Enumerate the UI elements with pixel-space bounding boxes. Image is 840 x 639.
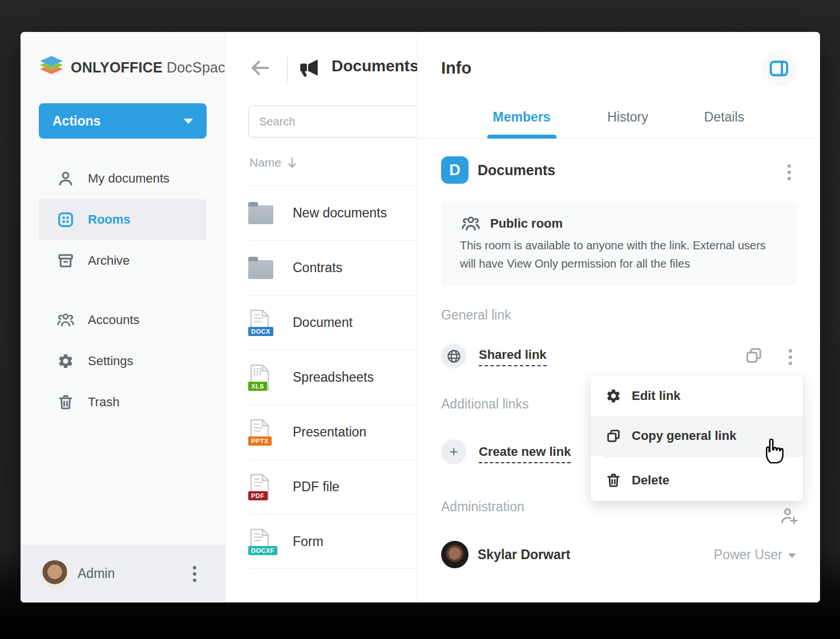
menu-item-edit-link[interactable]: Edit link [591, 376, 803, 416]
member-role-dropdown[interactable]: Power User [714, 547, 796, 563]
active-tab-indicator [487, 135, 556, 139]
file-name: Form [293, 534, 324, 549]
docxf-file-icon: DOCXF [248, 528, 271, 555]
room-title: Documents [332, 57, 417, 75]
chevron-down-icon [184, 119, 193, 124]
member-avatar[interactable] [441, 541, 469, 568]
sort-by-name[interactable]: Name [249, 154, 297, 171]
file-type-badge: PDF [248, 491, 268, 500]
pdf-file-icon: PDF [248, 474, 271, 500]
globe-icon-circle [441, 343, 466, 369]
sidebar: ONLYOFFICE DocSpace Actions My documents… [21, 32, 225, 602]
member-role-label: Power User [714, 547, 782, 563]
people-group-icon [461, 215, 481, 233]
app-window: ONLYOFFICE DocSpace Actions My documents… [21, 32, 820, 602]
gear-icon [57, 353, 74, 370]
sidebar-item-label: Accounts [88, 313, 140, 327]
member-name: Skylar Dorwart [478, 547, 570, 563]
tab-history[interactable]: History [607, 110, 648, 125]
room-name: Documents [478, 162, 555, 179]
file-name: New documents [293, 205, 387, 221]
tab-members[interactable]: Members [493, 110, 551, 125]
file-type-badge: DOCXF [248, 546, 277, 555]
add-user-icon[interactable] [780, 507, 799, 526]
person-icon [57, 170, 74, 187]
file-name: Presentation [293, 424, 366, 440]
hand-cursor [760, 435, 790, 467]
copy-link-icon[interactable] [744, 346, 764, 365]
folder-icon [248, 260, 273, 279]
megaphone-icon [298, 58, 320, 78]
docx-file-icon: DOCX [248, 309, 271, 336]
create-new-link[interactable]: Create new link [479, 444, 571, 463]
administration-section-label: Administration [441, 499, 524, 515]
brand-logo: ONLYOFFICE DocSpace [39, 55, 233, 80]
notice-body: This room is available to anyone with th… [460, 236, 783, 273]
plus-icon-circle[interactable]: + [441, 439, 466, 464]
file-row[interactable]: New documents [248, 185, 417, 240]
folder-icon [248, 205, 273, 224]
sidebar-item-label: Archive [88, 253, 130, 268]
admin-username: Admin [78, 545, 115, 602]
file-row[interactable]: XLS Spreadsheets [248, 350, 417, 405]
trash-icon [605, 472, 621, 488]
tab-details[interactable]: Details [704, 110, 744, 125]
copy-icon [605, 428, 621, 444]
file-name: Document [293, 315, 353, 330]
link-context-menu-button[interactable] [786, 347, 794, 367]
search-input[interactable] [249, 106, 417, 137]
shared-link[interactable]: Shared link [479, 347, 547, 366]
admin-avatar[interactable] [41, 560, 68, 588]
header-divider [287, 57, 288, 83]
sidebar-item-accounts[interactable]: Accounts [39, 300, 207, 341]
sidebar-item-label: Settings [88, 354, 134, 369]
menu-item-label: Copy general link [632, 428, 736, 443]
file-name: Spreadsheets [293, 370, 374, 385]
pptx-file-icon: PPTX [248, 419, 271, 446]
sidebar-item-label: Trash [88, 395, 119, 410]
gear-icon [605, 388, 621, 404]
file-name: PDF file [293, 479, 340, 495]
chevron-down-icon [788, 553, 796, 558]
files-panel: Documents Name New documents Contrats [225, 32, 417, 602]
sidebar-item-trash[interactable]: Trash [39, 382, 207, 423]
search-box [248, 106, 417, 137]
sidebar-item-label: Rooms [88, 212, 131, 227]
plus-icon: + [449, 444, 458, 459]
files-header: Documents [225, 32, 417, 95]
trash-icon [57, 394, 74, 411]
sidebar-item-label: My documents [88, 171, 169, 186]
notice-title: Public room [490, 216, 563, 231]
file-name: Contrats [293, 260, 342, 276]
sort-label: Name [249, 156, 281, 169]
file-row[interactable]: DOCX Document [248, 295, 417, 350]
rooms-icon [57, 211, 74, 228]
room-logo-badge: D [441, 156, 469, 184]
sidebar-item-archive[interactable]: Archive [39, 240, 207, 281]
public-room-notice: Public room This room is available to an… [441, 201, 797, 285]
actions-button[interactable]: Actions [39, 103, 207, 139]
file-type-badge: PPTX [248, 436, 272, 446]
file-type-badge: XLS [248, 382, 267, 391]
onlyoffice-logo-icon [39, 56, 64, 79]
additional-links-section-label: Additional links [441, 397, 528, 412]
sidebar-footer: Admin [21, 545, 225, 602]
file-type-badge: DOCX [248, 327, 273, 336]
sidebar-item-rooms[interactable]: Rooms [39, 199, 207, 240]
info-tabs: Members History Details [418, 32, 820, 139]
file-row[interactable]: DOCXF Form [248, 514, 417, 569]
menu-item-label: Delete [632, 473, 669, 488]
back-arrow-icon[interactable] [250, 58, 270, 78]
actions-button-label: Actions [52, 114, 100, 129]
sort-descending-icon [287, 157, 297, 168]
room-context-menu-button[interactable] [785, 162, 793, 183]
file-row[interactable]: Contrats [248, 240, 417, 295]
file-row[interactable]: PPTX Presentation [248, 405, 417, 459]
general-link-section-label: General link [441, 308, 511, 323]
file-row[interactable]: PDF PDF file [248, 459, 417, 514]
sidebar-item-settings[interactable]: Settings [39, 341, 207, 382]
sidebar-item-my-documents[interactable]: My documents [39, 158, 207, 199]
admin-menu-button[interactable] [191, 564, 199, 584]
menu-item-label: Edit link [632, 389, 681, 403]
xls-file-icon: XLS [248, 364, 271, 391]
